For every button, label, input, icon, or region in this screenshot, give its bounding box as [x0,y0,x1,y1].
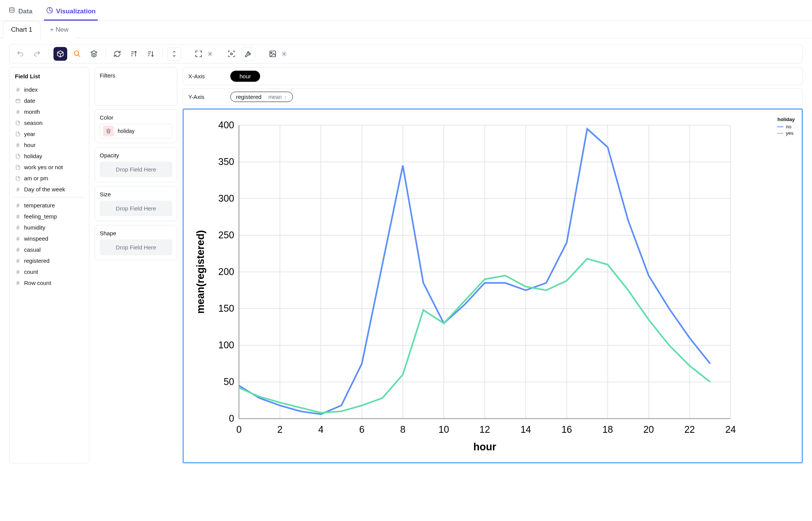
field-label: feeling_temp [24,213,57,220]
gear-small-icon[interactable] [206,47,214,61]
field-label: work yes or not [24,164,63,170]
field-item[interactable]: humidity [13,222,85,233]
field-item[interactable]: holiday [13,150,85,162]
field-label: winspeed [24,235,48,242]
field-item[interactable]: count [13,266,85,277]
field-item[interactable]: feeling_temp [13,211,85,222]
hash-icon [15,87,21,93]
layers-icon[interactable] [87,47,101,61]
svg-text:2: 2 [277,424,283,435]
field-item[interactable]: Day of the week [13,184,85,195]
field-item[interactable]: temperature [13,200,85,211]
x-axis-pill[interactable]: hour [230,71,260,82]
svg-text:hour: hour [473,441,496,453]
chart-canvas[interactable]: holiday noyes 05010015020025030035040002… [183,108,803,463]
main-body: Field List indexdatemonthseasonyearhourh… [0,67,812,472]
field-label: registered [24,257,50,264]
hash-icon [15,247,21,253]
field-item[interactable]: am or pm [13,173,85,184]
sort-desc-icon[interactable] [144,47,158,61]
svg-text:200: 200 [218,266,235,277]
database-icon [8,7,15,16]
svg-point-7 [283,53,285,55]
field-label: count [24,269,38,275]
y-axis-pill[interactable]: registered mean [230,92,293,102]
size-shelf[interactable]: Size Drop Field Here [95,186,177,221]
toolbar-divider [105,49,106,59]
field-item[interactable]: month [13,106,85,117]
gear-icon[interactable] [280,47,288,61]
field-label: am or pm [24,175,48,181]
field-item[interactable]: Row count [13,277,85,288]
field-item[interactable]: winspeed [13,233,85,244]
doc-icon [15,131,21,137]
field-label: season [24,120,42,126]
tab-visualization[interactable]: Visualization [44,3,98,21]
svg-text:0: 0 [236,424,242,435]
svg-text:14: 14 [521,424,531,435]
field-list-title: Field List [13,73,85,84]
svg-text:20: 20 [643,424,654,435]
svg-text:350: 350 [218,156,235,167]
svg-text:22: 22 [684,424,695,435]
redo-button[interactable] [30,47,44,61]
hash-icon [15,269,21,275]
chart-tab-new[interactable]: + New [42,21,77,38]
field-item[interactable]: casual [13,244,85,255]
doc-icon [15,175,21,181]
size-label: Size [100,191,172,197]
wrench-icon[interactable] [241,47,255,61]
svg-text:150: 150 [218,303,235,314]
svg-text:0: 0 [229,413,234,424]
expand-y-icon[interactable] [167,47,181,61]
field-item[interactable]: registered [13,255,85,266]
svg-text:6: 6 [359,424,364,435]
svg-point-3 [209,53,211,55]
field-item[interactable]: work yes or not [13,162,85,173]
color-shelf[interactable]: Color holiday [95,109,177,143]
tab-visualization-label: Visualization [56,8,96,15]
svg-text:50: 50 [223,376,234,387]
hash-icon [15,202,21,209]
field-item[interactable]: date [13,95,85,106]
toolbar [9,44,803,63]
field-item[interactable]: year [13,128,85,139]
tab-data-label: Data [18,8,32,15]
svg-text:mean(registered): mean(registered) [195,230,206,314]
trash-icon[interactable] [103,126,114,136]
line-chart-svg: 0501001502002503003504000246810121416182… [191,117,794,458]
svg-point-2 [74,51,79,56]
field-label: casual [24,246,40,253]
field-item[interactable]: season [13,117,85,128]
doc-icon [15,164,21,170]
chart-tab-1[interactable]: Chart 1 [3,21,40,38]
shape-drop[interactable]: Drop Field Here [100,239,172,255]
y-axis-label: Y-Axis [188,94,215,100]
filters-shelf[interactable]: Filters [95,67,177,105]
undo-button[interactable] [13,47,27,61]
svg-text:300: 300 [218,193,235,204]
fullscreen-icon[interactable] [192,47,205,61]
y-axis-agg: mean [269,94,287,100]
opacity-drop[interactable]: Drop Field Here [100,162,172,177]
field-label: temperature [24,202,55,209]
field-label: index [24,86,38,93]
shape-shelf[interactable]: Shape Drop Field Here [95,225,177,260]
search-icon[interactable] [70,47,84,61]
cube-icon[interactable] [53,47,67,61]
tab-data[interactable]: Data [6,3,35,21]
svg-text:10: 10 [438,424,449,435]
field-label: Day of the week [24,186,65,193]
field-item[interactable]: index [13,84,85,95]
svg-text:12: 12 [479,424,490,435]
sort-asc-icon[interactable] [127,47,141,61]
opacity-shelf[interactable]: Opacity Drop Field Here [95,147,177,182]
field-item[interactable]: hour [13,139,85,150]
scan-icon[interactable] [225,47,238,61]
refresh-icon[interactable] [110,47,124,61]
image-icon[interactable] [266,47,280,61]
x-axis-label: X-Axis [188,73,215,79]
color-pill[interactable]: holiday [100,124,172,138]
filters-label: Filters [100,72,172,79]
size-drop[interactable]: Drop Field Here [100,201,172,216]
